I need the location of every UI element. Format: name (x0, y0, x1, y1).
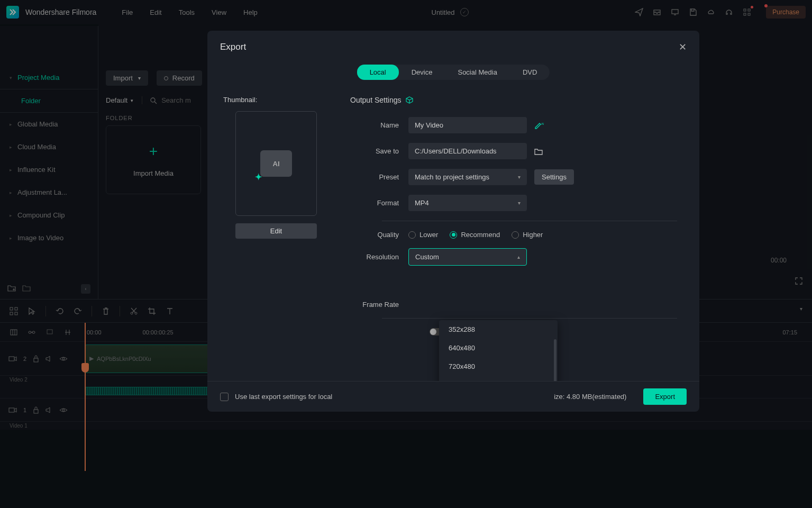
resolution-option[interactable]: 640x480 (439, 339, 558, 357)
cube-icon[interactable] (406, 96, 413, 104)
radio-icon (450, 231, 457, 239)
sparkle-icon: ✦ (255, 172, 262, 182)
tab-social-media[interactable]: Social Media (445, 65, 509, 80)
field-resolution: Resolution Custom▴ (350, 248, 677, 266)
output-settings-heading: Output Settings (350, 96, 677, 104)
edit-thumbnail-button[interactable]: Edit (235, 223, 317, 239)
format-label: Format (350, 199, 408, 207)
thumbnail-section: Thumbnail: AI ✦ Edit (223, 96, 329, 377)
resolution-option[interactable]: 720x480 (439, 357, 558, 376)
divider (382, 221, 677, 221)
save-to-input[interactable] (408, 143, 527, 159)
tab-dvd[interactable]: DVD (510, 65, 550, 80)
field-frame-rate: Frame Rate (350, 301, 677, 309)
use-last-checkbox[interactable] (220, 393, 229, 401)
field-quality: Quality Lower Recommend Higher (350, 231, 677, 239)
quality-recommend[interactable]: Recommend (450, 231, 500, 239)
size-estimate: ize: 4.80 MB(estimated) (554, 393, 626, 401)
modal-title: Export (220, 42, 246, 52)
field-format: Format MP4▾ (350, 195, 677, 211)
resolution-option[interactable]: 720x576 (439, 376, 558, 381)
modal-footer: Use last export settings for local ize: … (207, 381, 699, 412)
export-modal: Export ✕ Local Device Social Media DVD T… (207, 31, 699, 412)
chevron-down-icon: ▾ (518, 174, 521, 180)
name-input[interactable] (408, 117, 527, 133)
use-last-label: Use last export settings for local (235, 393, 332, 401)
modal-header: Export ✕ (207, 31, 699, 60)
folder-browse-icon[interactable] (534, 148, 543, 155)
quality-radios: Lower Recommend Higher (408, 231, 543, 239)
resolution-dropdown: 352x288 640x480 720x480 720x576 1280x720… (439, 320, 558, 381)
resolution-option[interactable]: 352x288 (439, 320, 558, 339)
export-tabs: Local Device Social Media DVD (207, 60, 699, 87)
thumbnail-preview: AI ✦ (235, 111, 317, 216)
export-button[interactable]: Export (643, 388, 687, 405)
divider (382, 318, 677, 319)
quality-label: Quality (350, 231, 408, 239)
thumbnail-label: Thumbnail: (223, 96, 329, 104)
name-label: Name (350, 121, 408, 129)
close-button[interactable]: ✕ (679, 41, 687, 53)
tab-device[interactable]: Device (399, 65, 445, 80)
save-to-label: Save to (350, 147, 408, 155)
resolution-combo[interactable]: Custom▴ (408, 248, 527, 266)
ai-edit-icon[interactable]: AI (534, 121, 544, 130)
field-name: Name AI (350, 117, 677, 133)
field-preset: Preset Match to project settings▾ Settin… (350, 169, 677, 185)
svg-text:AI: AI (541, 122, 544, 125)
preset-combo[interactable]: Match to project settings▾ (408, 169, 527, 185)
preset-label: Preset (350, 173, 408, 181)
radio-icon (512, 231, 519, 239)
quality-higher[interactable]: Higher (512, 231, 543, 239)
resolution-label: Resolution (350, 253, 408, 261)
preset-settings-button[interactable]: Settings (534, 169, 574, 185)
frame-rate-label: Frame Rate (350, 301, 408, 309)
chevron-down-icon: ▾ (518, 200, 521, 206)
quality-lower[interactable]: Lower (408, 231, 438, 239)
chevron-up-icon: ▴ (517, 254, 520, 260)
modal-body: Thumbnail: AI ✦ Edit Output Settings Nam… (207, 87, 699, 381)
format-combo[interactable]: MP4▾ (408, 195, 527, 211)
radio-icon (408, 231, 416, 239)
tab-local[interactable]: Local (357, 65, 399, 80)
field-save-to: Save to (350, 143, 677, 159)
dropdown-scrollbar[interactable] (554, 339, 556, 381)
ai-thumbnail-icon: AI ✦ (260, 150, 292, 177)
